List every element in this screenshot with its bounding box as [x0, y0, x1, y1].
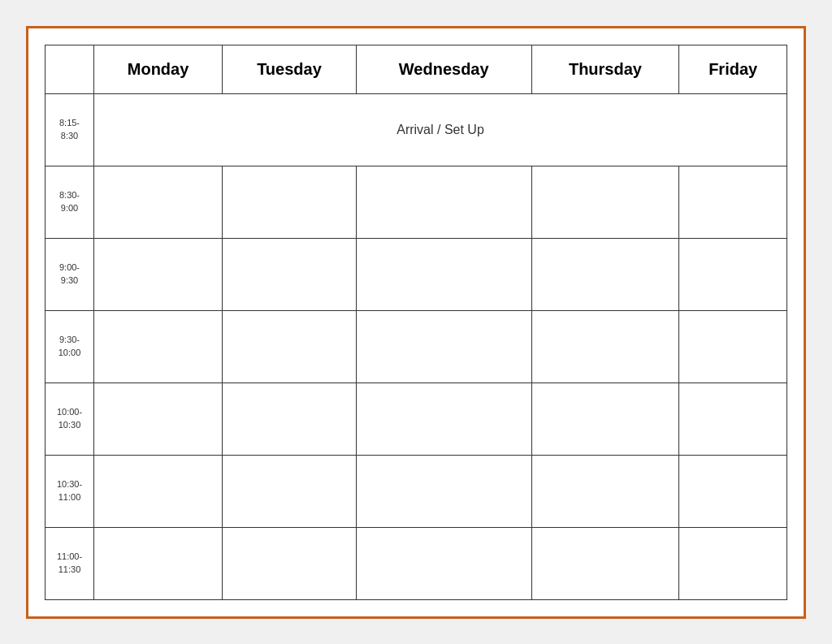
- cell-friday-900: [679, 238, 787, 310]
- cell-thursday-930: [531, 310, 679, 383]
- cell-tuesday-1000: [223, 383, 357, 455]
- cell-friday-830: [679, 166, 787, 238]
- header-time: [46, 45, 94, 93]
- cell-monday-1100: [94, 527, 223, 599]
- time-cell-900: 9:00-9:30: [46, 238, 94, 310]
- header-wednesday: Wednesday: [356, 45, 531, 93]
- cell-monday-900: [94, 238, 223, 310]
- table-row: 9:30-10:00: [46, 310, 787, 383]
- cell-wednesday-1000: [356, 383, 531, 455]
- cell-tuesday-1100: [223, 527, 357, 599]
- arrival-cell: Arrival / Set Up: [94, 93, 787, 166]
- cell-friday-1100: [679, 527, 787, 599]
- cell-friday-1030: [679, 455, 787, 527]
- table-row: 10:00-10:30: [46, 383, 787, 455]
- cell-monday-1000: [94, 383, 223, 455]
- cell-thursday-830: [531, 166, 679, 238]
- cell-tuesday-830: [223, 166, 357, 238]
- time-cell-1100: 11:00-11:30: [46, 527, 94, 599]
- time-cell-830: 8:30-9:00: [46, 166, 94, 238]
- header-row: Monday Tuesday Wednesday Thursday Friday: [46, 45, 787, 93]
- cell-friday-930: [679, 310, 787, 383]
- cell-wednesday-830: [356, 166, 531, 238]
- header-monday: Monday: [94, 45, 223, 93]
- cell-thursday-1030: [531, 455, 679, 527]
- cell-tuesday-900: [223, 238, 357, 310]
- time-cell-1000: 10:00-10:30: [46, 383, 94, 455]
- header-tuesday: Tuesday: [223, 45, 357, 93]
- table-row: 8:15-8:30 Arrival / Set Up: [46, 93, 787, 166]
- table-row: 11:00-11:30: [46, 527, 787, 599]
- cell-wednesday-1030: [356, 455, 531, 527]
- header-thursday: Thursday: [531, 45, 679, 93]
- cell-wednesday-900: [356, 238, 531, 310]
- cell-wednesday-1100: [356, 527, 531, 599]
- cell-thursday-900: [531, 238, 679, 310]
- time-cell-1030: 10:30-11:00: [46, 455, 94, 527]
- table-row: 9:00-9:30: [46, 238, 787, 310]
- time-cell-815: 8:15-8:30: [46, 93, 94, 166]
- schedule-table: Monday Tuesday Wednesday Thursday Friday…: [45, 45, 787, 600]
- cell-monday-1030: [94, 455, 223, 527]
- cell-wednesday-930: [356, 310, 531, 383]
- cell-tuesday-1030: [223, 455, 357, 527]
- table-row: 8:30-9:00: [46, 166, 787, 238]
- header-friday: Friday: [679, 45, 787, 93]
- cell-tuesday-930: [223, 310, 357, 383]
- table-row: 10:30-11:00: [46, 455, 787, 527]
- cell-thursday-1100: [531, 527, 679, 599]
- cell-thursday-1000: [531, 383, 679, 455]
- cell-monday-930: [94, 310, 223, 383]
- page-container: Monday Tuesday Wednesday Thursday Friday…: [26, 26, 806, 619]
- time-cell-930: 9:30-10:00: [46, 310, 94, 383]
- cell-friday-1000: [679, 383, 787, 455]
- cell-monday-830: [94, 166, 223, 238]
